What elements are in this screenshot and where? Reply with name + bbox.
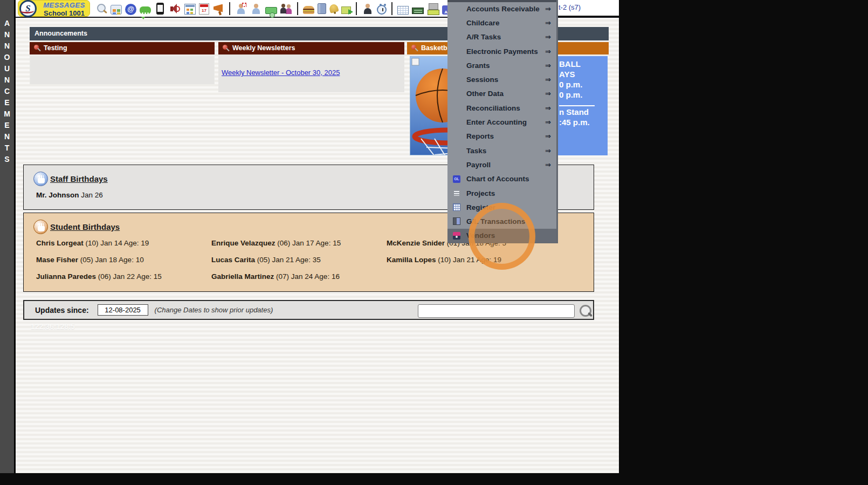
accounting-dropdown-menu: Accounts Receivable⇒ Childcare⇒ A/R Task… — [447, 0, 558, 243]
send-note-icon[interactable] — [341, 6, 351, 14]
session-label: t-2 (s7) — [551, 0, 619, 17]
info-line: :45 p.m. — [559, 118, 590, 127]
submenu-arrow-icon: ⇒ — [545, 47, 551, 56]
email-icon[interactable]: @ — [125, 4, 136, 15]
check-printer-icon[interactable] — [427, 2, 439, 16]
updates-search-input[interactable] — [418, 304, 575, 318]
admin-person-icon[interactable] — [362, 2, 374, 16]
menu-item-register[interactable]: Register — [447, 200, 556, 214]
menu-item-other-data[interactable]: Other Data⇒ — [447, 87, 556, 101]
newsletter-link[interactable]: Weekly Newsletter - October 30, 2025 — [222, 69, 340, 77]
gl-transactions-icon — [453, 217, 460, 225]
menu-item-projects[interactable]: Projects — [447, 186, 556, 200]
main-content: S MESSAGES School 1001 @ 17 — [16, 0, 619, 473]
speaker-icon[interactable] — [169, 2, 181, 16]
student-birthday-entry: Mase Fisher (05) Jan 18 Age: 10 — [36, 256, 211, 264]
ledger-table-icon[interactable] — [397, 6, 409, 15]
vendors-icon — [453, 232, 460, 240]
updates-bar: Updates since: (Change Dates to show pri… — [23, 300, 594, 320]
submenu-arrow-icon: ⇒ — [545, 33, 551, 41]
menu-item-payroll[interactable]: Payroll⇒ — [447, 158, 556, 172]
submenu-arrow-icon: ⇒ — [545, 90, 551, 98]
student-birthday-entry: Gabriella Martinez (07) Jan 24 Age: 16 — [211, 272, 387, 281]
student-birthdays-title[interactable]: Student Birthdays — [50, 222, 120, 231]
info-line: 0 p.m. — [559, 90, 582, 99]
pushpin-icon — [411, 44, 418, 52]
menu-item-chart-of-accounts[interactable]: GLChart of Accounts — [447, 172, 556, 186]
menu-item-reconciliations[interactable]: Reconciliations⇒ — [447, 101, 556, 115]
schedule-calendar-icon[interactable] — [184, 4, 196, 15]
menu-list: Accounts Receivable⇒ Childcare⇒ A/R Task… — [447, 2, 556, 243]
panel-header-weekly-newsletters[interactable]: Weekly Newsletters — [218, 42, 404, 54]
updates-note: (Change Dates to show prior updates) — [155, 306, 273, 314]
submenu-arrow-icon: ⇒ — [545, 161, 551, 169]
info-line: n Stand — [559, 107, 589, 117]
register-table-icon — [453, 203, 460, 211]
submenu-arrow-icon: ⇒ — [545, 19, 551, 27]
panel-title: Weekly Newsletters — [232, 42, 295, 54]
submenu-arrow-icon: ⇒ — [545, 5, 551, 13]
info-line: BALL — [559, 59, 581, 69]
search-magnifier-icon[interactable] — [578, 304, 593, 318]
app-logo[interactable]: S MESSAGES School 1001 — [18, 0, 90, 17]
bell-icon[interactable] — [328, 3, 339, 13]
app-screen: ANNOUNCEMENTS S MESSAGES School 1001 @ 1… — [0, 0, 868, 485]
submenu-arrow-icon: ⇒ — [545, 104, 551, 112]
staff-birthdays-title[interactable]: Staff Birthdays — [50, 174, 108, 183]
menu-item-gl-transactions[interactable]: G/L Transactions — [447, 214, 556, 228]
birthday-cake-icon — [33, 220, 48, 234]
menu-item-vendors[interactable]: Vendors — [447, 229, 556, 243]
submenu-arrow-icon: ⇒ — [545, 132, 551, 140]
submenu-arrow-icon: ⇒ — [545, 62, 551, 70]
submenu-arrow-icon: ⇒ — [545, 147, 551, 155]
chat-bubble-icon[interactable] — [140, 6, 151, 14]
student-birthday-entry: Kamilla Lopes (10) Jan 21 Age: 19 — [387, 256, 588, 264]
menu-item-electronic-payments[interactable]: Electronic Payments⇒ — [447, 44, 556, 58]
gl-accounts-icon: GL — [453, 175, 460, 183]
birthday-cake-icon — [33, 172, 48, 186]
watermark-text: 122.36.128.5 — [31, 322, 75, 331]
staff-birthday-entry: Mr. Johnson Jan 26 — [36, 191, 103, 199]
binder-icon[interactable] — [318, 3, 326, 14]
submenu-arrow-icon: ⇒ — [545, 76, 551, 84]
date-calendar-icon[interactable]: 17 — [199, 3, 209, 15]
student-birthday-entry: Enrique Velazquez (06) Jan 17 Age: 15 — [211, 239, 387, 247]
menu-item-grants[interactable]: Grants⇒ — [447, 58, 556, 72]
family-icon[interactable] — [280, 2, 292, 16]
student-birthday-entry: Chris Lorgeat (10) Jan 14 Age: 19 — [36, 239, 211, 247]
menu-item-ar-tasks[interactable]: A/R Tasks⇒ — [447, 30, 556, 44]
pushpin-icon — [222, 44, 229, 52]
panel-body-weekly-newsletters: Weekly Newsletter - October 30, 2025 — [218, 54, 404, 92]
dashboard-grid-icon[interactable] — [111, 5, 122, 15]
staff-member-icon[interactable] — [250, 2, 262, 16]
logo-emblem-icon: S — [19, 0, 37, 17]
panel-header-testing[interactable]: Testing — [30, 42, 215, 54]
menu-item-tasks[interactable]: Tasks⇒ — [447, 144, 556, 158]
toolbar-icons: @ 17 — [90, 0, 488, 17]
student-birthdays-grid: Chris Lorgeat (10) Jan 14 Age: 19 Enriqu… — [36, 239, 588, 281]
search-icon[interactable] — [95, 2, 107, 16]
info-line: AYS — [559, 70, 575, 79]
menu-item-accounts-receivable[interactable]: Accounts Receivable⇒ — [447, 2, 556, 16]
menu-item-reports[interactable]: Reports⇒ — [447, 129, 556, 144]
submenu-arrow-icon: ⇒ — [545, 118, 551, 126]
toolbar-divider — [229, 2, 230, 15]
menu-item-enter-accounting[interactable]: Enter Accounting⇒ — [447, 115, 556, 129]
mobile-phone-icon[interactable] — [156, 3, 164, 15]
panel-body-testing — [30, 54, 215, 84]
announcements-vertical-label: ANNOUNCEMENTS — [3, 18, 11, 165]
money-icon[interactable] — [265, 7, 277, 14]
menu-item-childcare[interactable]: Childcare⇒ — [447, 16, 556, 30]
updates-date-input[interactable] — [98, 304, 148, 316]
toolbar-divider — [297, 2, 298, 15]
check-card-icon[interactable] — [412, 8, 424, 14]
logo-title: MESSAGES — [39, 1, 89, 9]
student-birthday-entry: Julianna Paredes (06) Jan 22 Age: 15 — [36, 272, 211, 281]
announcements-side-tab[interactable]: ANNOUNCEMENTS — [0, 0, 15, 473]
info-divider — [559, 105, 595, 106]
megaphone-icon[interactable] — [212, 2, 224, 16]
lunch-burger-icon[interactable] — [303, 6, 314, 14]
alarm-clock-icon[interactable] — [377, 5, 387, 15]
menu-item-sessions[interactable]: Sessions⇒ — [447, 72, 556, 86]
nurse-icon[interactable] — [235, 2, 247, 16]
